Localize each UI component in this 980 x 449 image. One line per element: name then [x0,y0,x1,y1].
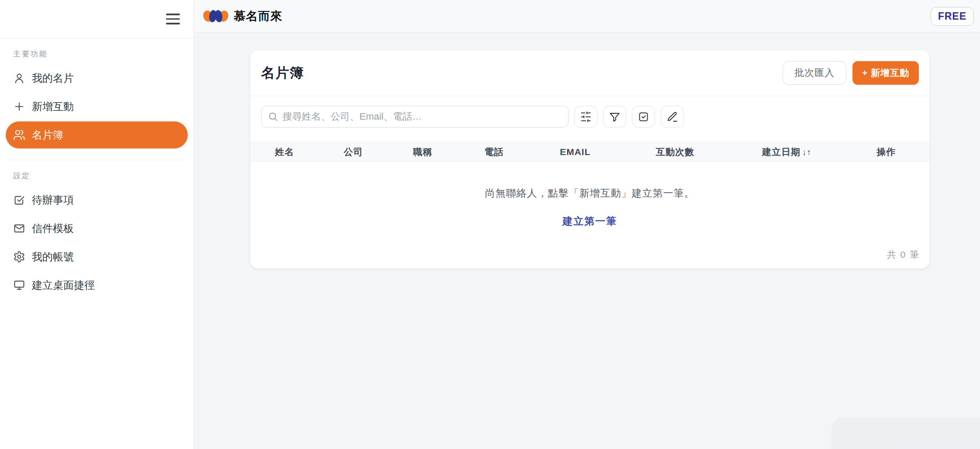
sidebar-header [0,0,193,38]
create-first-record-link[interactable]: 建立第一筆 [562,214,617,228]
main-region: 慕名而來 FREE 名片簿 批次匯入 + 新增互動 [194,0,980,449]
funnel-icon [609,111,621,123]
plus-icon [13,100,25,113]
search-box [261,106,569,128]
column-header-company: 公司 [319,146,388,158]
select-mode-button[interactable] [632,106,655,128]
sidebar-item-add-interaction[interactable]: 新增互動 [6,93,188,120]
sidebar-section-label-main: 主要功能 [13,49,180,59]
empty-state-message: 尚無聯絡人，點擊「新增互動」建立第一筆。 [250,187,929,200]
column-header-created-date[interactable]: 建立日期↓↑ [730,146,843,158]
sidebar-item-label: 新增互動 [32,100,74,114]
column-header-job-title: 職稱 [388,146,458,158]
check-square-icon [13,194,25,206]
sidebar-item-label: 我的帳號 [32,250,74,264]
app-title: 慕名而來 [234,8,283,24]
users-icon [13,129,25,141]
contact-book-card: 名片簿 批次匯入 + 新增互動 [250,50,929,269]
sidebar-nav: 主要功能 我的名片 新增互動 名片簿 設定 待辦事項 [0,49,193,299]
edit-button[interactable] [661,106,684,128]
sliders-icon [580,111,592,123]
topbar: 慕名而來 FREE [194,0,980,33]
page-title: 名片簿 [261,64,304,82]
sort-arrows-icon[interactable]: ↓↑ [802,148,811,157]
total-count: 共 0 筆 [887,249,920,261]
card-header: 名片簿 批次匯入 + 新增互動 [250,50,929,96]
toolbar [250,96,929,128]
sidebar-item-contact-book[interactable]: 名片簿 [6,121,188,149]
gear-icon [13,251,25,263]
monitor-icon [13,279,25,291]
adjustments-button[interactable] [574,106,597,128]
pencil-icon [666,111,678,123]
sidebar-item-label: 我的名片 [32,71,74,85]
search-input[interactable] [283,111,562,122]
mail-icon [13,222,25,235]
filter-button[interactable] [603,106,626,128]
column-header-interactions: 互動次數 [620,146,730,158]
table-header-row: 姓名 公司 職稱 電話 EMAIL 互動次數 建立日期↓↑ 操作 [250,142,929,162]
column-header-name: 姓名 [250,146,319,158]
sidebar-item-label: 信件模板 [32,221,74,235]
sidebar-item-desktop-shortcut[interactable]: 建立桌面捷徑 [6,272,188,299]
sidebar-item-my-account[interactable]: 我的帳號 [6,243,188,270]
sidebar-item-todo[interactable]: 待辦事項 [6,187,188,214]
sidebar-section-label-settings: 設定 [13,171,180,181]
column-header-created-date-label: 建立日期 [762,147,801,157]
hamburger-menu-icon[interactable] [162,8,184,30]
sidebar-item-label: 待辦事項 [32,193,74,207]
column-header-phone: 電話 [457,146,531,158]
column-header-actions: 操作 [843,146,929,158]
sidebar-item-mail-templates[interactable]: 信件模板 [6,215,188,242]
search-icon [268,111,278,122]
header-actions: 批次匯入 + 新增互動 [783,61,919,85]
sidebar: 主要功能 我的名片 新增互動 名片簿 設定 待辦事項 [0,0,194,449]
column-header-email: EMAIL [531,147,620,157]
check-square-icon [638,111,649,123]
sidebar-item-label: 名片簿 [32,128,63,142]
sidebar-item-label: 建立桌面捷徑 [32,278,95,292]
sidebar-divider [7,160,186,160]
plan-badge: FREE [931,7,974,26]
batch-import-button[interactable]: 批次匯入 [783,61,846,85]
butterfly-logo-icon [203,8,228,24]
add-interaction-button[interactable]: + 新增互動 [852,61,919,85]
sidebar-item-my-card[interactable]: 我的名片 [6,65,188,92]
corner-widget-shadow [832,418,980,449]
user-icon [13,72,25,84]
empty-state: 尚無聯絡人，點擊「新增互動」建立第一筆。 建立第一筆 [250,162,929,228]
